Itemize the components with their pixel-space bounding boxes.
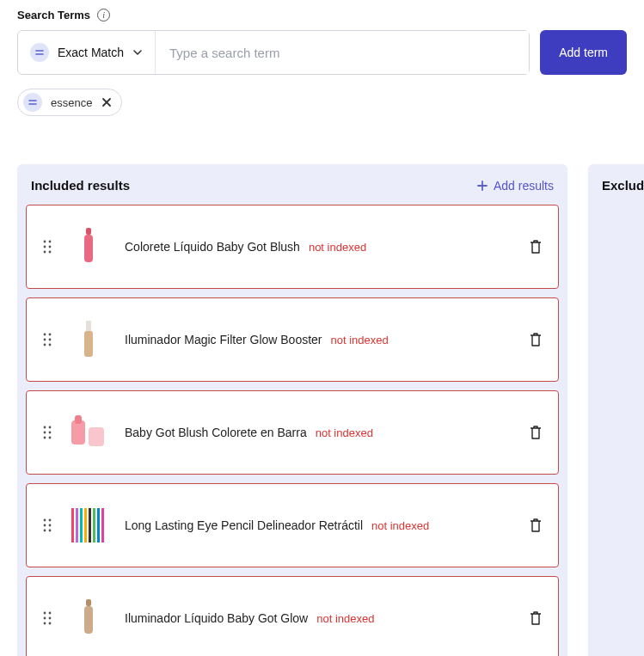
included-title: Included results: [31, 178, 130, 193]
svg-point-24: [44, 437, 46, 439]
svg-point-12: [44, 334, 46, 336]
excluded-title: Excluded: [602, 178, 644, 193]
trash-icon[interactable]: [529, 610, 543, 626]
product-thumbnail: [68, 226, 109, 267]
svg-point-17: [49, 344, 52, 346]
svg-point-30: [49, 519, 52, 522]
svg-point-20: [44, 426, 46, 429]
drag-handle-icon[interactable]: [42, 239, 52, 254]
search-term-chip: essence: [17, 89, 122, 116]
result-name: Long Lasting Eye Pencil Delineador Retrá…: [125, 518, 363, 532]
svg-rect-35: [71, 508, 74, 543]
svg-point-33: [44, 530, 46, 532]
add-term-button[interactable]: Add term: [540, 30, 627, 75]
svg-point-7: [49, 246, 52, 248]
plus-icon: [476, 180, 488, 192]
status-badge: not indexed: [331, 334, 389, 346]
included-results-panel: Included results Add results Colorete Lí…: [17, 164, 567, 656]
search-input[interactable]: [156, 31, 529, 74]
svg-point-25: [49, 437, 52, 439]
trash-icon[interactable]: [529, 332, 543, 347]
search-box: Exact Match: [17, 30, 530, 75]
svg-rect-19: [84, 331, 93, 357]
svg-rect-37: [80, 508, 83, 543]
result-name: Baby Got Blush Colorete en Barra: [125, 426, 307, 439]
svg-rect-41: [97, 508, 100, 543]
chip-text: essence: [51, 96, 92, 109]
info-icon[interactable]: i: [97, 9, 110, 21]
trash-icon[interactable]: [529, 518, 543, 533]
add-results-button[interactable]: Add results: [476, 179, 554, 193]
svg-point-4: [44, 241, 46, 243]
svg-rect-36: [76, 508, 78, 543]
svg-rect-10: [86, 228, 91, 235]
svg-point-5: [49, 241, 52, 243]
result-name: Iluminador Magic Filter Glow Booster: [125, 333, 322, 346]
svg-point-15: [49, 339, 52, 341]
svg-rect-39: [89, 508, 91, 543]
svg-point-9: [49, 251, 52, 254]
svg-rect-42: [101, 508, 104, 543]
match-mode-select[interactable]: Exact Match: [18, 31, 156, 74]
svg-rect-26: [71, 420, 85, 444]
status-badge: not indexed: [316, 426, 373, 439]
excluded-results-panel: Excluded: [588, 164, 644, 656]
svg-rect-50: [84, 606, 93, 634]
svg-rect-49: [86, 599, 91, 606]
svg-point-13: [49, 334, 52, 336]
svg-point-46: [49, 617, 52, 620]
svg-point-6: [44, 246, 46, 248]
trash-icon[interactable]: [529, 239, 543, 254]
result-card: Colorete Líquido Baby Got Blushnot index…: [26, 205, 559, 289]
status-badge: not indexed: [316, 612, 374, 625]
close-icon[interactable]: [101, 96, 113, 108]
result-card: Long Lasting Eye Pencil Delineador Retrá…: [26, 483, 559, 567]
svg-rect-11: [84, 235, 93, 262]
equals-icon: [23, 93, 42, 112]
svg-rect-40: [93, 508, 95, 543]
svg-point-31: [44, 524, 46, 527]
product-thumbnail: [68, 598, 109, 639]
result-card: Baby Got Blush Colorete en Barranot inde…: [26, 390, 559, 475]
chevron-down-icon: [132, 47, 143, 58]
svg-point-32: [49, 524, 52, 527]
svg-point-23: [49, 432, 52, 434]
status-badge: not indexed: [309, 241, 366, 254]
result-name: Iluminador Líquido Baby Got Glow: [125, 611, 308, 625]
result-card: Iluminador Líquido Baby Got Glownot inde…: [26, 576, 559, 656]
equals-icon: [30, 43, 49, 62]
svg-point-47: [44, 622, 46, 625]
result-card: Iluminador Magic Filter Glow Boosternot …: [26, 297, 559, 382]
trash-icon[interactable]: [529, 425, 543, 440]
svg-rect-38: [84, 508, 87, 543]
svg-point-44: [49, 612, 52, 615]
svg-point-14: [44, 339, 46, 341]
svg-point-16: [44, 344, 46, 346]
drag-handle-icon[interactable]: [42, 518, 52, 533]
svg-rect-27: [75, 415, 82, 424]
svg-point-29: [44, 519, 46, 522]
svg-rect-28: [89, 427, 104, 446]
product-thumbnail: [68, 319, 109, 360]
match-mode-label: Exact Match: [58, 46, 124, 59]
search-chips: essence: [17, 89, 627, 116]
drag-handle-icon[interactable]: [42, 610, 52, 626]
svg-rect-18: [86, 321, 91, 331]
drag-handle-icon[interactable]: [42, 332, 52, 347]
svg-point-48: [49, 622, 52, 625]
search-terms-label: Search Terms: [17, 9, 90, 21]
product-thumbnail: [68, 412, 109, 453]
result-name: Colorete Líquido Baby Got Blush: [125, 240, 300, 254]
svg-point-8: [44, 251, 46, 254]
svg-point-34: [49, 530, 52, 532]
svg-point-21: [49, 426, 52, 429]
svg-point-22: [44, 432, 46, 434]
svg-point-43: [44, 612, 46, 615]
status-badge: not indexed: [371, 519, 429, 532]
add-results-label: Add results: [494, 179, 554, 193]
product-thumbnail: [68, 505, 109, 546]
svg-point-45: [44, 617, 46, 620]
drag-handle-icon[interactable]: [42, 425, 52, 440]
